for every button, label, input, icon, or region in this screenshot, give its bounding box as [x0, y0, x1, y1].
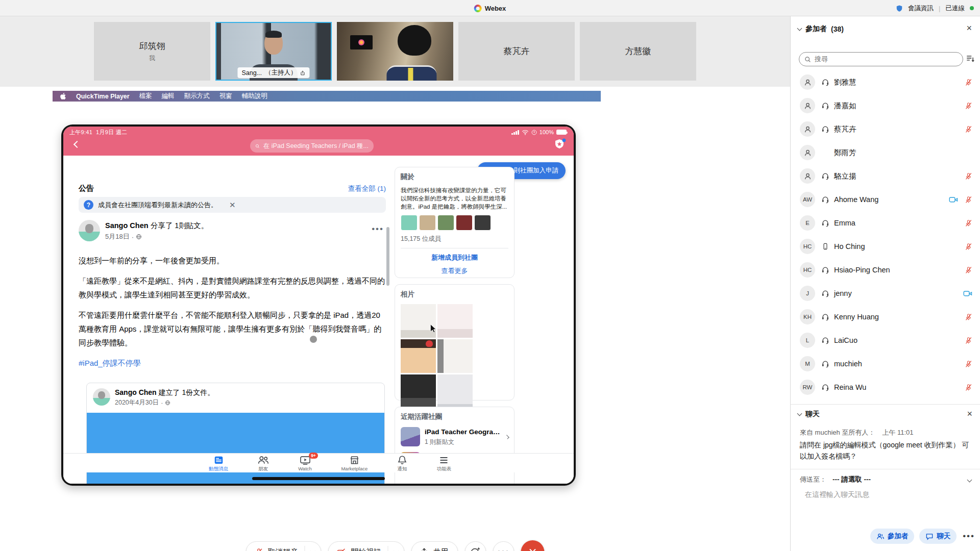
participant-row[interactable]: 駱立揚	[791, 164, 980, 188]
fb-tab-feed[interactable]: 動態消息	[209, 455, 228, 472]
avatar[interactable]	[79, 220, 100, 241]
participants-search-input[interactable]: 搜尋	[799, 52, 963, 66]
fb-tab-menu[interactable]: 功能表	[436, 455, 451, 472]
back-icon[interactable]	[74, 141, 81, 148]
post-date[interactable]: 5月18日	[105, 232, 130, 241]
participant-row[interactable]: HCHo Ching	[791, 235, 980, 258]
phone-icon	[821, 242, 829, 251]
participant-row[interactable]: 蔡芃卉	[791, 117, 980, 141]
participant-row[interactable]: 潘嘉如	[791, 94, 980, 117]
photo-thumbnail[interactable]	[437, 304, 473, 338]
fb-tab-friends[interactable]: 朋友	[258, 455, 269, 472]
participant-row[interactable]: EEmma	[791, 211, 980, 235]
privacy-shield-badge-icon[interactable]	[553, 138, 567, 151]
more-options-button[interactable]: •••	[493, 541, 514, 551]
participant-row[interactable]: HCHsiao-Ping Chen	[791, 258, 980, 282]
video-tile-name-only[interactable]: 蔡芃卉	[458, 22, 575, 81]
participant-row[interactable]: LLaiCuo	[791, 329, 980, 352]
participant-name: 鄭雨芳	[834, 148, 856, 158]
camera-on-icon[interactable]	[949, 196, 958, 204]
see-more-link[interactable]: 查看更多	[401, 266, 508, 276]
chat-input[interactable]: 在這裡輸入聊天訊息	[805, 490, 869, 499]
hashtag-link[interactable]: #iPad_停課不停學	[79, 356, 386, 370]
member-avatar	[401, 215, 418, 231]
mic-muted-icon[interactable]	[965, 383, 972, 392]
see-all-link[interactable]: 查看全部 (1)	[348, 184, 386, 193]
dismiss-banner-icon[interactable]: ✕	[229, 201, 236, 210]
close-chat-icon[interactable]: ×	[967, 409, 972, 418]
participant-row[interactable]: AWAhome Wang	[791, 188, 980, 211]
menu-item[interactable]: 檔案	[139, 92, 152, 101]
photo-thumbnail[interactable]	[437, 374, 473, 408]
ipad-search-input[interactable]: 在 iPad Seeding Teachers / iPad 種...	[250, 139, 374, 153]
fb-tab-bell[interactable]: 通知	[397, 455, 407, 472]
globe-icon	[136, 234, 142, 240]
video-tile-self[interactable]: 邱筑翎 我	[94, 22, 210, 81]
unmute-button[interactable]: 取消靜音	[246, 541, 322, 551]
photo-grid[interactable]	[401, 304, 508, 408]
video-tile-guest[interactable]	[337, 22, 453, 81]
start-video-button[interactable]: 開始視訊	[328, 541, 405, 551]
collapse-chevron-icon[interactable]	[797, 411, 802, 416]
video-tile-name-only[interactable]: 方慧徽	[580, 22, 696, 81]
collapse-chevron-icon[interactable]	[797, 26, 802, 31]
close-participants-icon[interactable]: ×	[966, 23, 972, 33]
participant-row[interactable]: 鄭雨芳	[791, 141, 980, 164]
participants-toggle-button[interactable]: 參加者	[870, 529, 915, 544]
notification-badge: 9+	[309, 453, 318, 459]
panel-more-icon[interactable]: •••	[963, 531, 975, 541]
mic-muted-icon[interactable]	[965, 219, 972, 228]
chat-header: 聊天	[798, 410, 820, 419]
mic-muted-icon[interactable]	[965, 360, 972, 368]
menu-item[interactable]: 顯示方式	[184, 92, 210, 101]
participant-row[interactable]: KHKenny Huang	[791, 305, 980, 329]
participant-row[interactable]: Mmuchieh	[791, 352, 980, 375]
right-panel: 參加者 (38) × 搜尋 劉雅慧潘嘉如蔡芃卉鄭雨芳駱立揚AWAhome Wan…	[790, 16, 980, 551]
chat-toggle-button[interactable]: 聊天	[919, 529, 957, 544]
mic-muted-icon[interactable]	[965, 125, 972, 134]
mic-muted-icon[interactable]	[965, 195, 972, 204]
menu-item[interactable]: 輔助說明	[242, 92, 267, 101]
menu-item[interactable]: 編輯	[162, 92, 175, 101]
participant-row[interactable]: Jjenny	[791, 282, 980, 305]
leave-meeting-button[interactable]	[521, 540, 545, 551]
scrollbar[interactable]	[386, 227, 389, 286]
mic-muted-icon[interactable]	[965, 336, 972, 345]
mic-muted-icon[interactable]	[965, 242, 972, 251]
avatar: J	[800, 286, 815, 301]
photo-thumbnail[interactable]	[401, 374, 436, 408]
tv-screen	[350, 35, 373, 49]
sort-list-icon[interactable]	[966, 54, 975, 63]
send-to-select[interactable]: 傳送至： --- 請選取 ---	[800, 475, 871, 484]
post-author[interactable]: Sango Chen	[105, 221, 149, 230]
mouse-cursor	[430, 324, 437, 333]
reactions-button[interactable]	[465, 541, 486, 551]
camera-on-icon[interactable]	[963, 290, 972, 297]
participant-name: Emma	[834, 219, 855, 227]
member-count: 15,175 位成員	[401, 235, 508, 243]
meeting-info-button[interactable]: 會議資訊	[908, 4, 934, 13]
home-indicator[interactable]	[252, 477, 385, 480]
mic-muted-icon[interactable]	[965, 78, 972, 87]
post-more-icon[interactable]: •••	[372, 224, 384, 234]
mic-muted-icon[interactable]	[965, 313, 972, 321]
participant-row[interactable]: 劉雅慧	[791, 70, 980, 94]
fb-tab-watch[interactable]: 9+Watch	[298, 455, 312, 472]
fb-tab-marketplace[interactable]: Marketplace	[341, 455, 368, 472]
battery-icon	[556, 130, 567, 135]
mic-muted-icon[interactable]	[965, 266, 972, 274]
divider: |	[939, 5, 940, 12]
menu-app-name[interactable]: QuickTime Player	[76, 93, 130, 100]
mic-muted-icon[interactable]	[965, 172, 972, 181]
add-members-button[interactable]: 新增成員到社團	[401, 253, 508, 262]
mic-muted-icon[interactable]	[965, 102, 972, 110]
group-item[interactable]: iPad Teacher Geography高中...1 則新貼文	[401, 427, 508, 446]
share-button[interactable]: 共用	[411, 541, 458, 551]
apple-logo-icon	[60, 92, 66, 100]
participant-row[interactable]: RWReina Wu	[791, 375, 980, 399]
photo-thumbnail[interactable]	[437, 339, 473, 373]
menu-item[interactable]: 視窗	[219, 92, 232, 101]
photo-thumbnail[interactable]	[401, 339, 436, 373]
video-tile-host[interactable]: Sang... （主持人）	[215, 22, 332, 81]
chevron-down-icon[interactable]	[967, 478, 972, 483]
